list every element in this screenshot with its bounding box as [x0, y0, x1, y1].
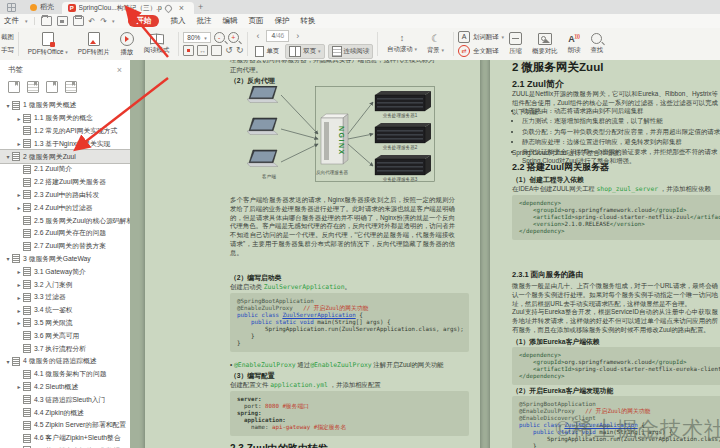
bookmark-item[interactable]: 2.1 Zuul简介 [0, 163, 130, 176]
bookmark-item[interactable]: 4.1 微服务架构下的问题 [0, 368, 130, 381]
bookmark-item[interactable]: ▸4.7 基于消息中间件收集数据 [0, 445, 130, 448]
find-button[interactable]: 查找 [585, 33, 608, 55]
expand-icon[interactable]: ▸ [15, 307, 23, 314]
expand-icon[interactable]: ▸ [15, 319, 23, 326]
docer-home-tab[interactable]: 稻壳 [22, 0, 62, 14]
expand-icon[interactable]: ▸ [15, 204, 23, 211]
document-canvas[interactable]: 理服务器去访问目标服务器，并隐藏真实客户端信息，这种代理模式称为 正向代理。 （… [130, 60, 720, 448]
redo-icon[interactable]: ↷ [100, 17, 107, 26]
fit-width-icon[interactable]: ↔ [197, 45, 208, 56]
actual-size-icon[interactable] [183, 45, 194, 56]
print-icon[interactable] [73, 16, 84, 26]
word-translate-button[interactable]: A划词翻译▾ [458, 31, 504, 43]
two-page-button[interactable]: 双页▾ [285, 44, 324, 59]
background-button[interactable]: ☾ 背景 ▾ [422, 34, 449, 55]
collapse-icon[interactable]: ▾ [4, 102, 12, 109]
document-tab[interactable]: P SpringClou...构笔记（三）.pdf × [62, 2, 194, 14]
open-icon[interactable] [41, 16, 52, 26]
bookmark-item[interactable]: 4.6 客户端Zipkin+Sleuth整合 [0, 432, 130, 445]
pdf-to-office-button[interactable]: PDF转Office ▾ [23, 32, 73, 57]
code-block-bootclass[interactable]: @SpringBootApplication@EnableZuulProxy /… [230, 293, 469, 352]
bookmark-item[interactable]: ▾2 微服务网关Zuul [0, 150, 130, 163]
collapse-icon[interactable]: ▾ [4, 153, 12, 160]
expand-icon[interactable]: ▸ [15, 281, 23, 288]
expand-all-icon[interactable] [46, 81, 58, 93]
read-aloud-button[interactable]: A))) 朗读 [563, 34, 586, 55]
bookmark-item[interactable]: 4.5 Zipkin Server的部署和配置 [0, 419, 130, 432]
bookmark-item[interactable]: 2.2 搭建Zuul网关服务器 [0, 176, 130, 189]
pdf-to-image-button[interactable]: PDF转图片 [73, 32, 115, 57]
bookmark-item[interactable]: ▸3.1 Gateway简介 [0, 265, 130, 278]
code-block-yml[interactable]: server: port: 8080 #服务端口spring: applicat… [230, 391, 469, 436]
app-menu-button[interactable] [0, 0, 22, 14]
bookmark-item[interactable]: ▸2.3 Zuul中的路由转发 [0, 189, 130, 202]
bookmark-list-icon[interactable] [27, 81, 39, 93]
bookmark-item[interactable]: ▾1 微服务网关概述 [0, 99, 130, 112]
bookmark-item[interactable]: ▸1.1 服务网关的概念 [0, 112, 130, 125]
zoom-out-icon[interactable]: - [214, 32, 225, 43]
bookmark-item[interactable]: 2.6 Zuul网关存在的问题 [0, 227, 130, 240]
bookmark-item[interactable]: 4.3 链路追踪Sleuth入门 [0, 393, 130, 406]
collapse-icon[interactable]: ▾ [4, 255, 12, 262]
bookmark-item[interactable]: ▸3.5 网关限流 [0, 317, 130, 330]
expand-icon[interactable]: ▸ [15, 115, 23, 122]
single-page-button[interactable]: 单页 [252, 45, 282, 58]
bookmark-item[interactable]: ▸2.4 Zuul中的过滤器 [0, 201, 130, 214]
file-menu[interactable]: 文件 [4, 16, 19, 26]
auto-scroll-button[interactable]: ↕ 自动滚动 ▾ [382, 34, 422, 54]
screenshot-button[interactable]: 截图 [0, 32, 14, 43]
bookmark-item[interactable]: 2.5 服务网关Zuul的核心源码解析 [0, 214, 130, 227]
compress-button[interactable]: 压缩 [504, 32, 527, 56]
bookmark-item[interactable]: 3.7 执行流程分析 [0, 342, 130, 355]
code-block-eureka-dependency[interactable]: <dependency> <groupId>org.springframewor… [512, 347, 720, 385]
next-page-icon[interactable]: › [292, 31, 303, 41]
bookmark-item[interactable]: 3.6 网关高可用 [0, 329, 130, 342]
read-mode-button[interactable]: 阅读模式 [139, 34, 175, 55]
full-translate-button[interactable]: ⇄全文翻译 [458, 45, 504, 57]
rotate-left-icon[interactable]: ↺ [225, 46, 233, 55]
collapse-icon[interactable]: ▾ [4, 358, 12, 365]
zoom-in-icon[interactable]: + [228, 32, 239, 43]
tab-close-icon[interactable]: × [175, 3, 188, 13]
expand-icon[interactable]: ▸ [15, 383, 23, 390]
code-block-zuul-dependency[interactable]: <dependency> <groupId>org.springframewor… [512, 195, 720, 240]
tab-protect[interactable]: 保护 [274, 16, 289, 26]
page-number-input[interactable]: 4/46 [266, 30, 289, 42]
undo-icon[interactable]: ↶ [89, 17, 96, 26]
bookmark-item[interactable]: ▾4 微服务的链路追踪概述 [0, 355, 130, 368]
bookmark-item[interactable]: ▸4.2 Sleuth概述 [0, 381, 130, 394]
play-button[interactable]: 播放 [115, 32, 139, 57]
bookmark-item[interactable]: ▸1.3 基于Nginx的网关实现 [0, 137, 130, 150]
bookmark-item[interactable]: 2.7 Zuul网关的替换方案 [0, 240, 130, 253]
expand-icon[interactable]: ▸ [15, 191, 23, 198]
tab-insert[interactable]: 插入 [170, 16, 185, 26]
collapse-all-icon[interactable] [65, 81, 77, 93]
fit-page-icon[interactable] [211, 45, 222, 56]
quick-access-chevron-icon[interactable]: ▾ [112, 18, 115, 24]
add-bookmark-icon[interactable] [8, 81, 20, 93]
pin-icon[interactable] [164, 3, 174, 13]
bookmark-item[interactable]: ▸3.2 入门案例 [0, 278, 130, 291]
bookmark-item[interactable]: 1.2 常见的API网关实现方式 [0, 125, 130, 138]
prev-page-icon[interactable]: ‹ [252, 31, 263, 41]
expand-icon[interactable]: ▸ [15, 294, 23, 301]
rotate-right-icon[interactable]: ↻ [236, 46, 244, 55]
bookmark-item[interactable]: ▸3.3 过滤器 [0, 291, 130, 304]
bookmark-item[interactable]: ▾3 微服务网关GateWay [0, 253, 130, 266]
new-tab-button[interactable]: + [194, 0, 207, 14]
expand-icon[interactable]: ▸ [15, 268, 23, 275]
expand-icon[interactable]: ▸ [15, 140, 23, 147]
tab-convert[interactable]: 转换 [300, 16, 315, 26]
tab-home[interactable]: 开始 [128, 15, 159, 27]
continuous-read-button[interactable]: 连续阅读 [328, 44, 374, 59]
tab-page[interactable]: 页面 [248, 16, 263, 26]
save-icon[interactable] [57, 16, 68, 26]
bookmark-item[interactable]: ▸3.4 统一鉴权 [0, 304, 130, 317]
zoom-level-input[interactable]: 80%▾ [183, 32, 210, 43]
panel-close-icon[interactable]: × [117, 65, 122, 75]
handwrite-button[interactable]: 手写 [0, 45, 14, 56]
tab-edit[interactable]: 编辑 [222, 16, 237, 26]
compare-button[interactable]: 概要对比 [527, 33, 563, 56]
bookmark-item[interactable]: 4.4 Zipkin的概述 [0, 406, 130, 419]
tab-annotate[interactable]: 批注 [196, 16, 211, 26]
